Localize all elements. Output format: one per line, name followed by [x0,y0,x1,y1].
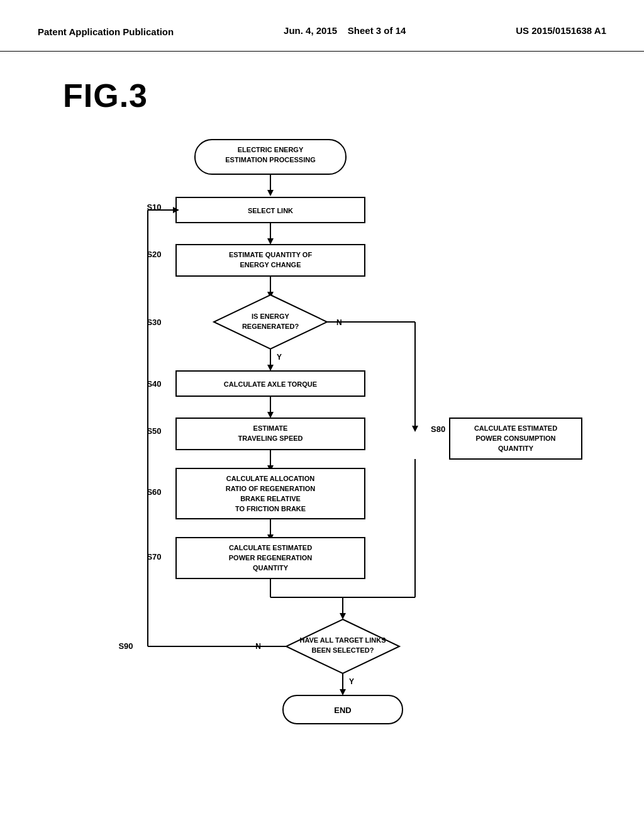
svg-rect-33 [176,418,365,450]
svg-text:QUANTITY: QUANTITY [498,445,534,452]
svg-marker-4 [267,190,274,196]
svg-text:BRAKE RELATIVE: BRAKE RELATIVE [240,495,301,502]
svg-text:Y: Y [349,677,354,686]
svg-text:RATIO OF REGENERATION: RATIO OF REGENERATION [226,485,316,492]
svg-text:S40: S40 [147,379,161,389]
svg-text:HAVE ALL TARGET LINKS: HAVE ALL TARGET LINKS [299,636,386,644]
svg-text:ESTIMATE: ESTIMATE [253,424,288,432]
svg-text:POWER REGENERATION: POWER REGENERATION [229,554,312,562]
svg-text:CALCULATE AXLE TORQUE: CALCULATE AXLE TORQUE [224,380,317,388]
svg-text:ENERGY CHANGE: ENERGY CHANGE [240,261,301,268]
svg-text:S70: S70 [147,552,161,562]
svg-text:CALCULATE ALLOCATION: CALCULATE ALLOCATION [226,475,314,482]
svg-text:END: END [334,706,351,715]
svg-text:ESTIMATION PROCESSING: ESTIMATION PROCESSING [225,156,315,163]
svg-text:S30: S30 [147,318,161,327]
svg-text:S80: S80 [431,424,445,434]
svg-text:QUANTITY: QUANTITY [253,564,289,572]
svg-text:Y: Y [277,353,282,362]
svg-rect-11 [176,245,365,276]
figure-title: FIG.3 [0,52,644,133]
svg-marker-31 [267,412,274,418]
header-date: Jun. 4, 2015 [284,25,337,36]
svg-text:CALCULATE ESTIMATED: CALCULATE ESTIMATED [474,424,557,432]
svg-marker-23 [412,426,418,432]
flowchart-svg: ELECTRIC ENERGY ESTIMATION PROCESSING S1… [38,133,604,825]
svg-text:S20: S20 [147,250,161,259]
svg-text:SELECT LINK: SELECT LINK [248,207,293,214]
svg-marker-60 [340,613,346,619]
svg-text:CALCULATE ESTIMATED: CALCULATE ESTIMATED [229,544,312,551]
svg-marker-72 [340,689,346,695]
svg-text:S90: S90 [118,641,133,651]
svg-marker-26 [267,365,274,371]
svg-text:ESTIMATE QUANTITY OF: ESTIMATE QUANTITY OF [229,251,312,258]
svg-text:S50: S50 [147,426,161,436]
svg-marker-17 [214,295,327,349]
header-patent-number: US 2015/0151638 A1 [516,25,606,36]
svg-text:IS ENERGY: IS ENERGY [252,313,290,320]
header-sheet: Sheet 3 of 14 [348,25,406,36]
svg-text:ELECTRIC ENERGY: ELECTRIC ENERGY [238,146,304,153]
svg-text:TRAVELING SPEED: TRAVELING SPEED [238,434,303,442]
svg-text:S60: S60 [147,487,161,497]
svg-text:TO FRICTION BRAKE: TO FRICTION BRAKE [235,505,306,512]
svg-text:POWER CONSUMPTION: POWER CONSUMPTION [475,434,555,442]
page-wrapper: Patent Application Publication Jun. 4, 2… [0,0,644,825]
header-publication-label: Patent Application Publication [38,25,174,38]
page-header: Patent Application Publication Jun. 4, 2… [0,0,644,52]
svg-marker-9 [267,238,274,245]
svg-text:REGENERATED?: REGENERATED? [242,323,299,330]
svg-text:BEEN SELECTED?: BEEN SELECTED? [311,646,374,654]
